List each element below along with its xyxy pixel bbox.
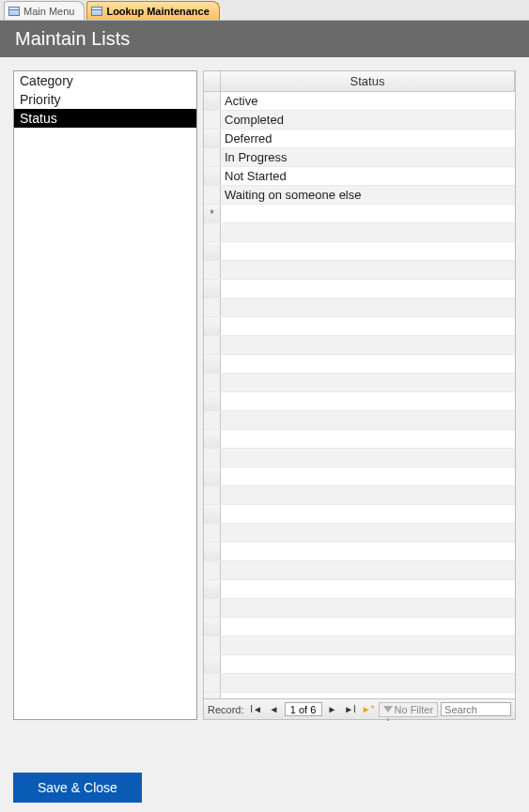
new-record-button[interactable]: ►*: [361, 702, 376, 717]
empty-row: [204, 261, 515, 280]
row-selector[interactable]: [204, 355, 221, 373]
select-all-button[interactable]: [204, 71, 221, 91]
cell-status[interactable]: [221, 374, 515, 391]
row-selector[interactable]: [204, 261, 221, 279]
row-selector[interactable]: *: [204, 205, 221, 222]
grid-body[interactable]: ActiveCompletedDeferredIn ProgressNot St…: [204, 92, 515, 698]
column-header-status[interactable]: Status: [221, 71, 515, 91]
category-listbox[interactable]: Category Priority Status: [13, 70, 197, 720]
row-selector[interactable]: [204, 186, 221, 204]
cell-status[interactable]: [221, 561, 515, 579]
empty-row: [204, 618, 515, 636]
row-selector[interactable]: [204, 148, 221, 166]
next-record-button[interactable]: ►: [325, 702, 340, 717]
cell-status[interactable]: [221, 618, 515, 636]
row-selector[interactable]: [204, 223, 221, 241]
row-selector[interactable]: [204, 280, 221, 298]
cell-status[interactable]: [221, 524, 515, 542]
save-close-button[interactable]: Save & Close: [13, 773, 142, 803]
table-row[interactable]: Completed: [204, 111, 515, 130]
cell-status[interactable]: [221, 580, 515, 598]
prev-record-button[interactable]: ◄: [267, 702, 282, 717]
datasheet: Status ActiveCompletedDeferredIn Progres…: [203, 70, 516, 720]
tab-main-menu[interactable]: Main Menu: [4, 1, 85, 20]
row-selector[interactable]: [204, 411, 221, 429]
row-selector[interactable]: [204, 392, 221, 410]
cell-status[interactable]: [221, 317, 515, 335]
footer: Save & Close: [13, 773, 142, 803]
cell-status[interactable]: [221, 430, 515, 448]
row-selector[interactable]: [204, 317, 221, 335]
row-selector[interactable]: [204, 167, 221, 185]
row-selector[interactable]: [204, 561, 221, 579]
side-item-priority[interactable]: Priority: [14, 90, 196, 109]
cell-status[interactable]: [221, 674, 515, 692]
cell-status[interactable]: [221, 505, 515, 523]
row-selector[interactable]: [204, 467, 221, 485]
cell-status[interactable]: Completed: [221, 111, 515, 129]
cell-status[interactable]: [221, 655, 515, 673]
cell-status[interactable]: [221, 449, 515, 467]
row-selector[interactable]: [204, 580, 221, 598]
search-input[interactable]: [441, 702, 511, 716]
empty-row: [204, 467, 515, 486]
cell-status[interactable]: [221, 392, 515, 410]
table-row[interactable]: Active: [204, 92, 515, 111]
table-row[interactable]: In Progress: [204, 148, 515, 167]
row-selector[interactable]: [204, 599, 221, 617]
cell-status[interactable]: Not Started: [221, 167, 515, 185]
cell-status[interactable]: [221, 355, 515, 373]
cell-status[interactable]: [221, 280, 515, 298]
record-position-input[interactable]: [285, 702, 322, 716]
cell-status[interactable]: [221, 205, 515, 222]
row-selector[interactable]: [204, 636, 221, 654]
cell-status[interactable]: Deferred: [221, 130, 515, 147]
new-record-row[interactable]: *: [204, 205, 515, 223]
form-icon: [91, 7, 102, 16]
row-selector[interactable]: [204, 92, 221, 110]
table-row[interactable]: Not Started: [204, 167, 515, 186]
row-selector[interactable]: [204, 130, 221, 147]
row-selector[interactable]: [204, 430, 221, 448]
last-record-button[interactable]: ►I: [343, 702, 358, 717]
table-row[interactable]: Deferred: [204, 130, 515, 148]
cell-status[interactable]: In Progress: [221, 148, 515, 166]
cell-status[interactable]: [221, 636, 515, 654]
empty-row: [204, 299, 515, 317]
cell-status[interactable]: [221, 242, 515, 260]
row-selector[interactable]: [204, 618, 221, 636]
row-selector[interactable]: [204, 524, 221, 542]
row-selector[interactable]: [204, 674, 221, 692]
cell-status[interactable]: [221, 486, 515, 504]
cell-status[interactable]: [221, 543, 515, 560]
work-area: Category Priority Status Status ActiveCo…: [0, 57, 529, 733]
filter-toggle[interactable]: No Filter: [379, 702, 439, 717]
cell-status[interactable]: [221, 299, 515, 316]
side-item-category[interactable]: Category: [14, 71, 196, 90]
cell-status[interactable]: [221, 223, 515, 241]
cell-status[interactable]: [221, 599, 515, 617]
row-selector[interactable]: [204, 111, 221, 129]
cell-status[interactable]: [221, 261, 515, 279]
cell-status[interactable]: [221, 467, 515, 485]
cell-status[interactable]: Waiting on someone else: [221, 186, 515, 204]
tab-lookup-maintenance[interactable]: Lookup Maintenance: [86, 1, 219, 20]
empty-row: [204, 317, 515, 336]
row-selector[interactable]: [204, 336, 221, 354]
row-selector[interactable]: [204, 543, 221, 560]
row-selector[interactable]: [204, 242, 221, 260]
cell-status[interactable]: Active: [221, 92, 515, 110]
first-record-button[interactable]: I◄: [249, 702, 264, 717]
empty-row: [204, 580, 515, 599]
table-row[interactable]: Waiting on someone else: [204, 186, 515, 205]
side-item-status[interactable]: Status: [14, 109, 196, 128]
row-selector[interactable]: [204, 449, 221, 467]
row-selector[interactable]: [204, 374, 221, 391]
cell-status[interactable]: [221, 336, 515, 354]
row-selector[interactable]: [204, 655, 221, 673]
cell-status[interactable]: [221, 411, 515, 429]
row-selector[interactable]: [204, 486, 221, 504]
row-selector[interactable]: [204, 299, 221, 316]
empty-row: [204, 392, 515, 411]
row-selector[interactable]: [204, 505, 221, 523]
